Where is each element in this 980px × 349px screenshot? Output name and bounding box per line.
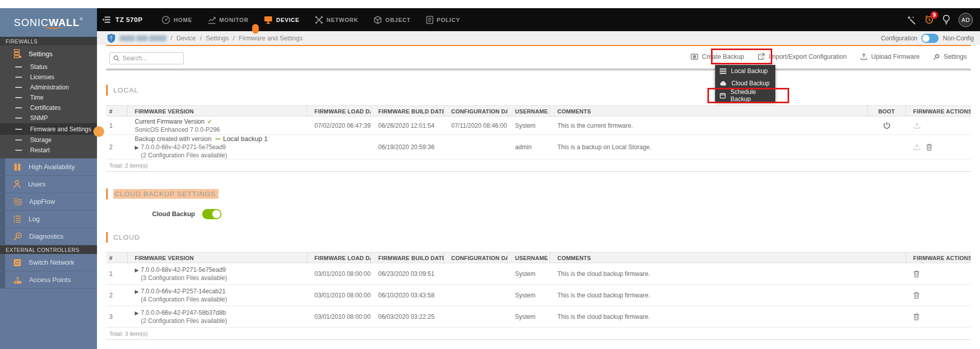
- dash-icon: [15, 87, 22, 88]
- device-active-indicator-dot: [252, 24, 259, 34]
- magnifier-icon: [13, 232, 22, 241]
- notification-bell-icon[interactable]: 9: [924, 15, 934, 25]
- expand-arrow-icon[interactable]: ▶: [135, 289, 139, 294]
- batteries-icon: [13, 162, 21, 171]
- sidebar-item-settings[interactable]: Settings: [0, 45, 97, 62]
- nav-item-monitor[interactable]: MONITOR: [208, 16, 249, 24]
- menu-item-schedule-backup[interactable]: Schedule Backup: [715, 89, 775, 102]
- table-row: 1 Current Firmware Version✓ SonicOS Enha…: [106, 117, 971, 135]
- sidebar-item-appflow[interactable]: AppFlow: [0, 193, 97, 211]
- cloud-backup-toggle[interactable]: [202, 209, 222, 219]
- server-stack-icon: [13, 49, 21, 58]
- cloud-backup-settings-title: CLOUD BACKUP SETTINGS: [106, 189, 218, 199]
- shield-icon: [107, 34, 115, 43]
- breadcrumb-settings[interactable]: Settings: [206, 35, 229, 42]
- user-avatar[interactable]: AD: [959, 13, 973, 27]
- orange-divider: [106, 45, 971, 46]
- sidebar-filler: [0, 289, 97, 349]
- upload-firmware-button[interactable]: Upload Firmware: [860, 53, 920, 60]
- import-export-configuration-button[interactable]: Import/Export Configuration: [757, 53, 847, 60]
- sonicwall-logo: SONICWALL®: [0, 8, 97, 37]
- dash-icon: [15, 150, 22, 151]
- cloud-total: Total: 3 item(s): [106, 328, 971, 340]
- boot-power-icon[interactable]: [883, 122, 891, 129]
- delete-trash-icon[interactable]: [926, 144, 933, 151]
- download-firmware-icon[interactable]: [913, 144, 921, 150]
- sidebar-item-switch-network[interactable]: Switch Network: [0, 254, 97, 271]
- delete-trash-icon[interactable]: [913, 270, 920, 277]
- cloud-section-title: CLOUD: [106, 232, 140, 243]
- cloud-icon: [720, 81, 727, 86]
- dash-icon: [15, 107, 22, 108]
- wizard-wand-icon[interactable]: [906, 15, 916, 25]
- sidebar-item-firmware-and-settings[interactable]: Firmware and Settings: [0, 123, 97, 135]
- search-box: [109, 52, 184, 64]
- dash-icon: [15, 66, 22, 67]
- user-icon: [13, 180, 21, 189]
- download-firmware-icon[interactable]: [913, 122, 921, 129]
- log-list-icon: [13, 215, 21, 223]
- import-export-icon: [757, 53, 765, 60]
- green-dash-icon: [215, 138, 220, 139]
- cloud-backup-toggle-label: Cloud Backup: [113, 211, 195, 218]
- expand-arrow-icon[interactable]: ▶: [135, 145, 139, 150]
- delete-trash-icon[interactable]: [913, 292, 920, 299]
- table-row: 2 ▶7.0.0.0-66v-42-P257-14ecab21 (4 Confi…: [106, 285, 971, 306]
- breadcrumb-device[interactable]: Device: [176, 35, 195, 42]
- search-icon: [113, 55, 119, 61]
- sidebar-item-status[interactable]: Status: [0, 62, 97, 72]
- create-backup-icon: [691, 53, 698, 60]
- calendar-icon: [720, 92, 726, 99]
- breadcrumb: / Device / Settings / Firmware and Setti…: [107, 34, 303, 43]
- menu-item-local-backup[interactable]: Local Backup: [715, 65, 775, 77]
- config-mode-toggle[interactable]: [921, 34, 939, 43]
- active-page-indicator-dot: [93, 126, 104, 137]
- nav-item-network[interactable]: NETWORK: [315, 16, 358, 24]
- sidebar-item-certificates[interactable]: Certificates: [0, 103, 97, 113]
- collapse-menu-icon[interactable]: [102, 16, 111, 23]
- monitor-chart-icon: [208, 16, 216, 24]
- top-nav-bar: TZ 570P HOME MONITOR DEVICE NETWORK: [0, 8, 980, 31]
- switch-icon: [13, 259, 21, 267]
- policy-document-icon: [426, 16, 433, 24]
- sidebar-item-users[interactable]: Users: [0, 176, 97, 193]
- sidebar-item-diagnostics[interactable]: Diagnostics: [0, 228, 97, 245]
- create-backup-button[interactable]: Create Backup: [691, 53, 744, 60]
- sidebar-item-access-points[interactable]: Access Points: [0, 271, 97, 289]
- sidebar-item-licenses[interactable]: Licenses: [0, 72, 97, 82]
- nav-item-policy[interactable]: POLICY: [426, 16, 460, 24]
- dash-icon: [15, 139, 22, 141]
- firewall-model-selector[interactable]: TZ 570P: [102, 16, 142, 24]
- table-row: 3 ▶7.0.0.0-66v-42-P247-58b37d8b (2 Confi…: [106, 306, 971, 328]
- dash-icon: [15, 77, 22, 78]
- lightbulb-icon[interactable]: [943, 15, 950, 25]
- nav-item-device[interactable]: DEVICE: [264, 16, 300, 24]
- sidebar-item-high-availability[interactable]: High Availability: [0, 158, 97, 176]
- breadcrumb-firmware-settings: Firmware and Settings: [239, 35, 303, 42]
- delete-trash-icon[interactable]: [913, 313, 920, 320]
- sidebar-item-administration[interactable]: Administration: [0, 82, 97, 92]
- search-input[interactable]: [122, 55, 176, 62]
- nav-item-object[interactable]: OBJECT: [374, 16, 410, 24]
- menu-item-cloud-backup[interactable]: Cloud Backup: [715, 77, 775, 89]
- local-backup-icon: [720, 68, 726, 74]
- nav-item-home[interactable]: HOME: [162, 16, 192, 24]
- current-firmware-check-icon: ✓: [207, 118, 212, 125]
- configuration-mode-label: Configuration: [881, 35, 917, 42]
- sidebar-item-storage[interactable]: Storage: [0, 135, 97, 145]
- table-row: 2 Backup created with versionLocal backu…: [106, 135, 971, 159]
- sidebar-item-log[interactable]: Log: [0, 211, 97, 228]
- expand-arrow-icon[interactable]: ▶: [135, 310, 139, 316]
- sidebar-section-firewalls: FIREWALLS: [0, 37, 97, 45]
- expand-arrow-icon[interactable]: ▶: [135, 267, 139, 273]
- home-icon: [162, 16, 170, 24]
- table-row: 1 ▶7.0.0.0-68v-42-P271-5e75ead9 (3 Confi…: [106, 263, 971, 285]
- sidebar-item-time[interactable]: Time: [0, 92, 97, 103]
- sidebar-item-restart[interactable]: Restart: [0, 145, 97, 155]
- sidebar-item-snmp[interactable]: SNMP: [0, 113, 97, 123]
- settings-button[interactable]: Settings: [933, 53, 967, 60]
- cloud-firmware-table: # FIRMWARE VERSION FIRMWARE LOAD DATE FI…: [106, 252, 971, 340]
- flow-waves-icon: [13, 198, 22, 206]
- upload-icon: [860, 53, 868, 60]
- cloud-table-header: # FIRMWARE VERSION FIRMWARE LOAD DATE FI…: [106, 252, 971, 263]
